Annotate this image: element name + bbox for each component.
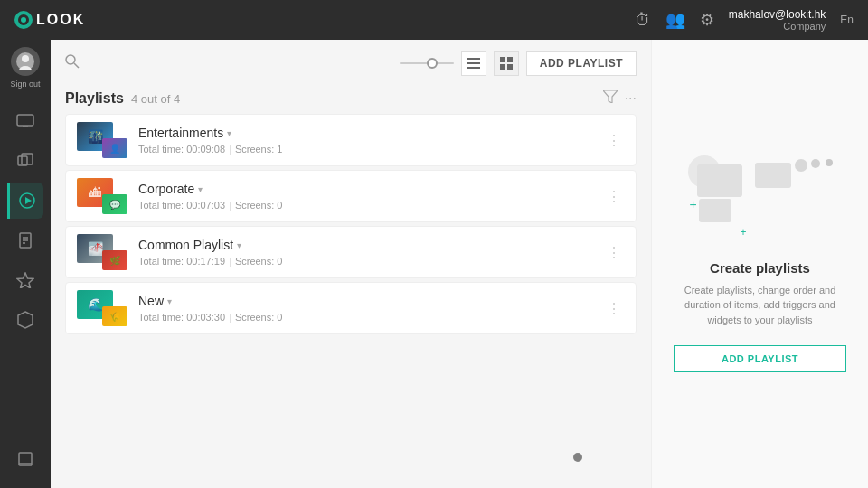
svg-point-21 bbox=[66, 55, 75, 64]
sidebar-item-help[interactable] bbox=[7, 441, 43, 477]
settings-icon[interactable]: ⚙ bbox=[700, 10, 714, 30]
thumb-secondary: 🌿 bbox=[102, 250, 127, 270]
table-row: 🌃 👤 Entertainments ▾ Total time: 00:09:0… bbox=[65, 114, 637, 166]
svg-marker-30 bbox=[603, 90, 618, 103]
chevron-down-icon: ▾ bbox=[198, 184, 203, 194]
topbar-right: ⏱ 👥 ⚙ makhalov@lookit.hk Company En bbox=[635, 8, 854, 32]
playlists-title: Playlists bbox=[65, 90, 124, 107]
add-playlist-button[interactable]: ADD PLAYLIST bbox=[526, 51, 637, 76]
chevron-down-icon: ▾ bbox=[227, 128, 231, 138]
svg-point-5 bbox=[22, 55, 29, 62]
playlists-header: Playlists 4 out of 4 ··· bbox=[51, 87, 651, 114]
playlist-more-icon[interactable]: ⋮ bbox=[603, 240, 625, 265]
playlist-info: Corporate ▾ Total time: 00:07:03 | Scree… bbox=[138, 182, 592, 211]
size-slider[interactable] bbox=[400, 62, 454, 64]
screens-count: Screens: 0 bbox=[235, 256, 283, 267]
screens-count: Screens: 0 bbox=[235, 312, 283, 323]
playlist-info: New ▾ Total time: 00:03:30 | Screens: 0 bbox=[138, 294, 592, 323]
svg-rect-24 bbox=[467, 62, 480, 64]
sidebar-item-media[interactable] bbox=[7, 143, 43, 179]
plus-icon-tl: + bbox=[690, 197, 697, 211]
total-time: Total time: 00:17:19 bbox=[138, 256, 225, 267]
right-panel: + + + Create playlists Create playlists,… bbox=[651, 40, 868, 488]
sidebar-nav bbox=[7, 103, 43, 441]
signout-label[interactable]: Sign out bbox=[10, 80, 40, 89]
sidebar-item-screens[interactable] bbox=[7, 103, 43, 139]
table-row: 🌁 🌿 Common Playlist ▾ Total time: 00:17:… bbox=[65, 226, 637, 278]
svg-rect-7 bbox=[17, 115, 33, 126]
sidebar: Sign out bbox=[0, 40, 51, 488]
create-illustration: + + + bbox=[688, 155, 833, 246]
filter-icon[interactable] bbox=[603, 90, 618, 107]
thumb-secondary: 🌾 bbox=[102, 306, 127, 326]
table-row: 🌊 🌾 New ▾ Total time: 00:03:30 bbox=[65, 282, 637, 334]
grid-view-button[interactable] bbox=[494, 51, 519, 76]
playlist-more-icon[interactable]: ⋮ bbox=[603, 128, 625, 153]
playlist-name-row: New ▾ bbox=[138, 294, 592, 308]
playlist-more-icon[interactable]: ⋮ bbox=[603, 296, 625, 321]
playlist-meta: Total time: 00:03:30 | Screens: 0 bbox=[138, 312, 592, 323]
user-company: Company bbox=[783, 21, 826, 32]
search-icon[interactable] bbox=[65, 54, 80, 72]
total-time: Total time: 00:03:30 bbox=[138, 312, 225, 323]
content-area: ADD PLAYLIST Playlists 4 out of 4 ··· bbox=[51, 40, 868, 488]
illus-screen-large bbox=[697, 164, 742, 197]
topbar: LOOK ⏱ 👥 ⚙ makhalov@lookit.hk Company En bbox=[0, 0, 868, 40]
right-add-playlist-button[interactable]: ADD PLAYLIST bbox=[674, 345, 846, 372]
sidebar-item-news[interactable] bbox=[7, 222, 43, 258]
playlist-name-text[interactable]: New bbox=[138, 294, 164, 308]
playlist-thumbnail: 🌁 🌿 bbox=[77, 234, 127, 270]
users-icon[interactable]: 👥 bbox=[665, 10, 685, 30]
playlist-thumbnail: 🌃 👤 bbox=[77, 122, 127, 158]
playlist-list: 🌃 👤 Entertainments ▾ Total time: 00:09:0… bbox=[51, 114, 651, 334]
svg-rect-29 bbox=[507, 64, 513, 70]
thumb-secondary: 👤 bbox=[102, 138, 127, 158]
playlist-name-row: Common Playlist ▾ bbox=[138, 238, 592, 252]
app-logo[interactable]: LOOK bbox=[14, 7, 87, 33]
user-email: makhalov@lookit.hk bbox=[729, 8, 826, 21]
svg-rect-27 bbox=[507, 57, 513, 62]
deco-dot bbox=[826, 159, 833, 166]
create-description: Create playlists, change order and durat… bbox=[674, 283, 846, 328]
playlist-meta: Total time: 00:07:03 | Screens: 0 bbox=[138, 200, 592, 211]
screens-count: Screens: 1 bbox=[235, 144, 283, 155]
main-layout: Sign out bbox=[0, 40, 868, 488]
chevron-down-icon: ▾ bbox=[167, 296, 172, 306]
svg-rect-28 bbox=[500, 64, 505, 70]
create-title: Create playlists bbox=[710, 260, 810, 276]
playlist-name-text[interactable]: Entertainments bbox=[138, 126, 223, 140]
thumb-secondary: 💬 bbox=[102, 194, 127, 214]
playlist-name-text[interactable]: Common Playlist bbox=[138, 238, 233, 252]
playlist-name-text[interactable]: Corporate bbox=[138, 182, 194, 196]
playlist-thumbnail: 🌊 🌾 bbox=[77, 290, 127, 326]
sidebar-item-favorites[interactable] bbox=[7, 262, 43, 298]
playlists-panel: ADD PLAYLIST Playlists 4 out of 4 ··· bbox=[51, 40, 651, 488]
playlists-count: 4 out of 4 bbox=[131, 92, 180, 106]
playlist-meta: Total time: 00:17:19 | Screens: 0 bbox=[138, 256, 592, 267]
playlist-name-row: Corporate ▾ bbox=[138, 182, 592, 196]
playlist-name-row: Entertainments ▾ bbox=[138, 126, 592, 140]
header-actions: ··· bbox=[603, 90, 637, 107]
analytics-icon[interactable]: ⏱ bbox=[635, 11, 651, 30]
deco-dot bbox=[795, 159, 807, 172]
playlist-info: Entertainments ▾ Total time: 00:09:08 | … bbox=[138, 126, 592, 155]
avatar[interactable] bbox=[11, 47, 40, 76]
sidebar-bottom bbox=[7, 441, 43, 488]
playlist-thumbnail: 🏙 💬 bbox=[77, 178, 127, 214]
svg-rect-23 bbox=[467, 58, 480, 60]
screens-count: Screens: 0 bbox=[235, 200, 283, 211]
more-options-icon[interactable]: ··· bbox=[625, 90, 637, 107]
sidebar-item-playlists[interactable] bbox=[7, 183, 43, 219]
total-time: Total time: 00:07:03 bbox=[138, 200, 225, 211]
playlist-meta: Total time: 00:09:08 | Screens: 1 bbox=[138, 144, 592, 155]
language-selector[interactable]: En bbox=[840, 14, 854, 26]
svg-marker-17 bbox=[17, 273, 33, 288]
playlist-info: Common Playlist ▾ Total time: 00:17:19 |… bbox=[138, 238, 592, 267]
list-view-button[interactable] bbox=[461, 51, 486, 76]
plus-icon-bl: + bbox=[741, 226, 747, 239]
chevron-down-icon: ▾ bbox=[237, 240, 241, 250]
illus-screen-medium bbox=[755, 163, 791, 188]
sidebar-item-apps[interactable] bbox=[7, 302, 43, 338]
svg-marker-18 bbox=[18, 312, 33, 328]
playlist-more-icon[interactable]: ⋮ bbox=[603, 184, 625, 209]
